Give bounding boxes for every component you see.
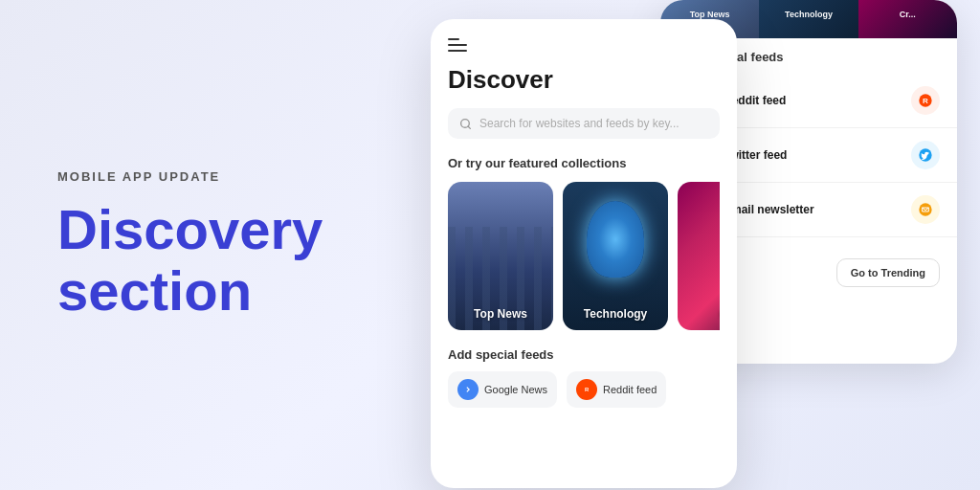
phone-mockup: Discover Search for websites and feeds b… [431, 19, 737, 488]
featured-label: Or try our featured collections [448, 156, 720, 170]
bp-label-tech: Technology [759, 10, 858, 19]
thumb-creative [858, 0, 957, 38]
svg-text:R: R [923, 97, 928, 105]
feed-pill-google-label: Google News [484, 384, 547, 395]
bp-feed-name-reddit: Reddit feed [724, 94, 911, 107]
bp-add-email-button[interactable] [911, 195, 940, 224]
add-special-title: Add special feeds [448, 347, 720, 362]
bp-add-reddit-button[interactable]: R [911, 86, 940, 115]
collection-card-creative[interactable]: Cr... [678, 182, 720, 330]
bp-label-news: Top News [660, 10, 759, 19]
card-label-tech: Technology [563, 307, 668, 321]
subtitle-label: MOBILE APP UPDATE [57, 169, 392, 184]
svg-point-4 [919, 203, 931, 215]
card-label-creative: Cr... [678, 307, 720, 321]
main-title: Discovery section [57, 199, 392, 322]
bp-label-creative: Cr... [858, 10, 957, 19]
feed-pill-google[interactable]: Google News [448, 371, 557, 408]
card-label-news: Top News [448, 307, 553, 321]
hamburger-menu-icon[interactable] [448, 38, 467, 52]
bp-feed-name-twitter: Twitter feed [724, 148, 911, 162]
reddit-icon: R [576, 379, 597, 400]
feed-pill-reddit-label: Reddit feed [603, 384, 657, 395]
left-section: MOBILE APP UPDATE Discovery section [57, 169, 392, 322]
google-news-icon [457, 379, 479, 400]
collection-card-news[interactable]: Top News [448, 182, 553, 330]
back-panel-top-labels: Top News Technology Cr... [660, 10, 957, 19]
discover-title: Discover [448, 65, 720, 95]
phone-header [448, 38, 720, 52]
feed-pill-reddit[interactable]: R Reddit feed [567, 371, 666, 408]
collection-card-tech[interactable]: Technology [563, 182, 668, 330]
thumb-tech [759, 0, 858, 38]
search-placeholder-text: Search for websites and feeds by key... [479, 117, 679, 130]
title-line1: Discovery [57, 198, 323, 260]
search-bar[interactable]: Search for websites and feeds by key... [448, 108, 720, 139]
special-feeds-row: Google News R Reddit feed [448, 371, 720, 408]
search-icon [459, 118, 472, 130]
phone-inner: Discover Search for websites and feeds b… [431, 19, 737, 488]
collections-row: Top News Technology Cr... [448, 182, 720, 330]
title-line2: section [57, 259, 252, 322]
go-to-trending-button[interactable]: Go to Trending [836, 258, 940, 287]
bp-feed-name-email: Email newsletter [724, 203, 911, 216]
bp-add-twitter-button[interactable] [911, 141, 940, 169]
